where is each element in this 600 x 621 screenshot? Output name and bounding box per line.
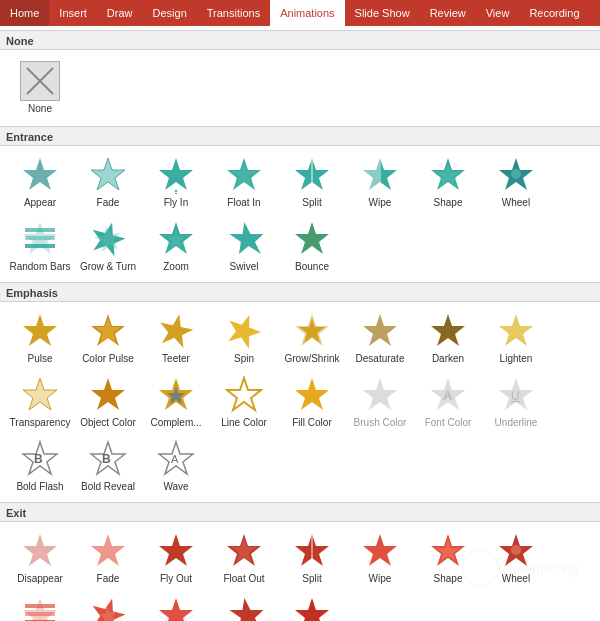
anim-split-entrance[interactable]: Split <box>278 150 346 214</box>
svg-marker-76 <box>295 598 329 621</box>
wheel-entrance-label: Wheel <box>502 197 530 209</box>
boldreveal-label: Bold Reveal <box>81 481 135 493</box>
wipe-entrance-label: Wipe <box>369 197 392 209</box>
anim-bounce-exit[interactable]: Bounce <box>278 590 346 621</box>
svg-marker-68 <box>23 598 57 621</box>
svg-rect-19 <box>25 236 55 240</box>
anim-pulse[interactable]: Pulse <box>6 306 74 370</box>
anim-desaturate[interactable]: Desaturate <box>346 306 414 370</box>
anim-flyin[interactable]: Fly In <box>142 150 210 214</box>
anim-floatin[interactable]: Float In <box>210 150 278 214</box>
appear-label: Appear <box>24 197 56 209</box>
menu-draw[interactable]: Draw <box>97 0 143 26</box>
anim-swivel-entrance[interactable]: Swivel <box>210 214 278 278</box>
wave-label: Wave <box>163 481 188 493</box>
menu-recording[interactable]: Recording <box>519 0 589 26</box>
objectcolor-label: Object Color <box>80 417 136 429</box>
anim-none[interactable]: None <box>6 56 74 120</box>
menu-animations[interactable]: Animations <box>270 0 344 26</box>
anim-randombars-exit[interactable]: Random Bars <box>6 590 74 621</box>
svg-rect-20 <box>25 244 55 248</box>
none-section-content: None <box>0 50 600 126</box>
desaturate-label: Desaturate <box>356 353 405 365</box>
menu-insert[interactable]: Insert <box>49 0 97 26</box>
anim-fade-exit[interactable]: Fade <box>74 526 142 590</box>
svg-marker-36 <box>499 314 533 346</box>
anim-zoom-entrance[interactable]: Zoom <box>142 214 210 278</box>
menu-view[interactable]: View <box>476 0 520 26</box>
fontcolor-label: Font Color <box>425 417 472 429</box>
anim-transparency[interactable]: Transparency <box>6 370 74 434</box>
linecolor-label: Line Color <box>221 417 267 429</box>
anim-wave[interactable]: A Wave <box>142 434 210 498</box>
anim-wheel-exit[interactable]: Wheel <box>482 526 550 590</box>
animation-list[interactable]: None None Entrance <box>0 26 600 621</box>
anim-zoom-exit[interactable]: Zoom <box>142 590 210 621</box>
anim-bounce-entrance[interactable]: Bounce <box>278 214 346 278</box>
svg-marker-27 <box>23 314 57 346</box>
svg-text:A: A <box>171 453 179 465</box>
growturn-label: Grow & Turn <box>80 261 136 273</box>
anim-fade-entrance[interactable]: Fade <box>74 150 142 214</box>
anim-floatout[interactable]: Float Out <box>210 526 278 590</box>
anim-teeter[interactable]: Teeter <box>142 306 210 370</box>
svg-point-67 <box>511 545 521 555</box>
anim-spin[interactable]: Spin <box>210 306 278 370</box>
anim-growturn[interactable]: Grow & Turn <box>74 214 142 278</box>
disappear-label: Disappear <box>17 573 63 585</box>
svg-marker-39 <box>91 378 125 410</box>
fade-entrance-label: Fade <box>97 197 120 209</box>
svg-marker-31 <box>225 312 263 350</box>
svg-marker-5 <box>159 158 193 190</box>
menu-home[interactable]: Home <box>0 0 49 26</box>
anim-shape-exit[interactable]: Shape <box>414 526 482 590</box>
teeter-label: Teeter <box>162 353 190 365</box>
anim-wipe-exit[interactable]: Wipe <box>346 526 414 590</box>
menu-slideshow[interactable]: Slide Show <box>345 0 420 26</box>
svg-marker-35 <box>431 314 465 346</box>
anim-linecolor[interactable]: Line Color <box>210 370 278 434</box>
anim-split-exit[interactable]: Split <box>278 526 346 590</box>
anim-objectcolor[interactable]: Object Color <box>74 370 142 434</box>
svg-point-16 <box>511 169 521 179</box>
anim-shape-entrance[interactable]: Shape <box>414 150 482 214</box>
svg-marker-43 <box>295 378 329 410</box>
menu-design[interactable]: Design <box>143 0 197 26</box>
anim-fillcolor[interactable]: Fill Color <box>278 370 346 434</box>
svg-marker-42 <box>227 378 261 410</box>
anim-shrinkturn[interactable]: Shrink & Tu... <box>74 590 142 621</box>
anim-fontcolor: A Font Color <box>414 370 482 434</box>
anim-colorpulse[interactable]: Color Pulse <box>74 306 142 370</box>
exit-row: Disappear Fade Fly Out <box>0 522 600 621</box>
svg-marker-63 <box>363 534 397 566</box>
menu-transitions[interactable]: Transitions <box>197 0 270 26</box>
svg-marker-75 <box>227 598 263 621</box>
anim-wipe-entrance[interactable]: Wipe <box>346 150 414 214</box>
wheel-exit-label: Wheel <box>502 573 530 585</box>
underline-label: Underline <box>495 417 538 429</box>
anim-growshrink[interactable]: Grow/Shrink <box>278 306 346 370</box>
anim-lighten[interactable]: Lighten <box>482 306 550 370</box>
colorpulse-label: Color Pulse <box>82 353 134 365</box>
spin-label: Spin <box>234 353 254 365</box>
anim-complementary[interactable]: Complem... <box>142 370 210 434</box>
anim-swivel-exit[interactable]: Swivel <box>210 590 278 621</box>
anim-darken[interactable]: Darken <box>414 306 482 370</box>
anim-randombars-entrance[interactable]: Random Bars <box>6 214 74 278</box>
entrance-row: Appear Fade <box>0 146 600 282</box>
none-icon <box>20 61 60 101</box>
anim-disappear[interactable]: Disappear <box>6 526 74 590</box>
anim-flyout[interactable]: Fly Out <box>142 526 210 590</box>
anim-appear[interactable]: Appear <box>6 150 74 214</box>
anim-boldreveal[interactable]: B Bold Reveal <box>74 434 142 498</box>
menu-review[interactable]: Review <box>420 0 476 26</box>
svg-text:U: U <box>511 389 520 403</box>
svg-marker-26 <box>295 222 329 254</box>
pulse-label: Pulse <box>27 353 52 365</box>
anim-wheel-entrance[interactable]: Wheel <box>482 150 550 214</box>
svg-marker-56 <box>91 534 125 566</box>
svg-marker-74 <box>159 598 193 621</box>
zoom-entrance-label: Zoom <box>163 261 189 273</box>
split-entrance-label: Split <box>302 197 321 209</box>
anim-boldflash[interactable]: B Bold Flash <box>6 434 74 498</box>
